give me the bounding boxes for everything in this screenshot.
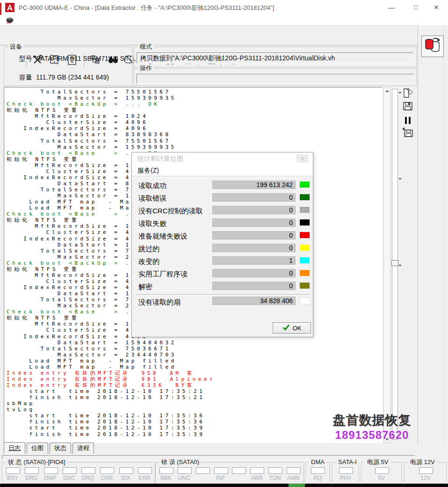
indicator-label: 12V <box>415 475 436 481</box>
indicator-blank <box>196 467 210 474</box>
floppy-save-icon <box>403 102 413 113</box>
ok-button[interactable]: OK <box>273 322 311 334</box>
log-line: 初始化 NTFS 变量 <box>7 107 215 113</box>
indicator-label: PHY <box>335 475 356 481</box>
stat-row-value: 1 <box>212 256 296 265</box>
indicator-12V <box>419 467 433 474</box>
log-line: Load MFT map - Map filled <box>7 364 215 370</box>
stat-row-color-swatch <box>300 232 310 238</box>
scroll-up-button[interactable] <box>384 87 390 94</box>
log-line: MftRecordSize = 1024 <box>7 113 215 119</box>
log-line: start time 2018-12-10 17:35:36 <box>7 413 215 419</box>
stat-row-value: 199 613 242 <box>212 181 296 189</box>
status-group-title: 错 误 (SATA0) <box>159 459 201 465</box>
log-line: MaxSector = 234440703 <box>7 352 215 358</box>
dialog-title-bar[interactable]: 统计和计算位图 x <box>132 153 313 165</box>
log-save-button[interactable] <box>401 101 415 113</box>
app-menu-icon <box>6 17 14 25</box>
indicator-label: AMN <box>283 475 303 481</box>
stat-row-label: 实用工厂程序读 <box>138 270 210 279</box>
log-line: start time 2018-12-10 17:35:39 <box>7 425 215 431</box>
tab-位图[interactable]: 位图 <box>27 443 48 454</box>
log-line: Index entry 有坏的MFT记录 958 AH 客 <box>7 370 215 376</box>
stat-row-label: 读取成功 <box>138 182 210 190</box>
tab-状态[interactable]: 状态 <box>50 443 71 454</box>
indicator-label: DSC <box>59 475 79 481</box>
stat-row-value: 0 <box>212 269 296 277</box>
document-gear-icon <box>402 88 413 100</box>
indicator-BSY <box>6 467 20 474</box>
log-pause-button[interactable] <box>401 114 415 126</box>
stat-row-value: 0 <box>212 244 296 252</box>
indicator-DRD <box>25 467 39 474</box>
log-new-button[interactable] <box>401 88 415 100</box>
check-icon <box>282 324 290 332</box>
stat-row-label: 准备就绪失败设 <box>138 232 210 241</box>
stat-row-color-swatch <box>300 245 310 251</box>
stat-row-color-swatch <box>300 283 310 289</box>
status-group: SATA-IPHY <box>332 462 359 484</box>
log-line: IndexRecordSize = 4096 <box>7 125 215 131</box>
operation-value-field <box>137 74 414 84</box>
stat-row-color-swatch <box>300 182 310 188</box>
model-label: 型号 <box>19 55 32 63</box>
status-group: DMARQ <box>305 462 330 484</box>
indicator-label: BBK <box>156 475 176 481</box>
watermark-phone: 18913587620 <box>322 429 422 442</box>
tab-日志[interactable]: 日志 <box>4 442 25 454</box>
log-line: Check boot <BackUp > ... OK <box>7 101 215 107</box>
pc3000-logo-icon <box>5 3 14 12</box>
ok-button-label: OK <box>293 325 302 332</box>
log-line: Index entry 有坏的MFT记录 981 Alpineer <box>7 376 215 382</box>
status-group-title: DMA <box>309 459 326 465</box>
window-maximize-button[interactable]: □ <box>406 0 426 15</box>
status-group: 错 误 (SATA0)BBKUNCINFABRTONAMN <box>155 462 304 484</box>
stat-row-value: 0 <box>212 193 296 202</box>
log-tabs: 日志位图状态进程 <box>4 444 95 454</box>
indicator-TON <box>268 467 282 474</box>
dialog-service-menu[interactable]: 服务(Z) <box>137 167 159 175</box>
right-rail-divider <box>443 25 444 444</box>
stat-row-color-swatch <box>300 207 310 213</box>
stat-row-label: 没有CRC控制的读取 <box>138 207 210 216</box>
mode-panel: 模式 拷贝数据到"A:\PC3000\影驰120G-PS3111-2018120… <box>134 47 417 67</box>
data-extractor-task-button[interactable] <box>421 36 444 57</box>
tab-进程[interactable]: 进程 <box>72 443 94 454</box>
dialog-separator <box>136 294 309 295</box>
window-close-button[interactable]: × <box>426 0 446 15</box>
window-minimize-button[interactable]: — <box>382 0 401 15</box>
indicator-CRR <box>100 467 114 474</box>
indicator-label: DRD <box>21 475 42 481</box>
stat-row-color-swatch <box>300 219 310 225</box>
indicator-label: 5V <box>371 475 392 481</box>
log-export-button[interactable] <box>401 127 415 139</box>
watermark-text: 盘首数据恢复 <box>322 412 422 429</box>
statistics-dialog: 统计和计算位图 x 服务(Z) 读取成功199 613 242读取错误0没有CR… <box>131 152 313 337</box>
indicator-IDX <box>119 467 133 474</box>
operation-panel-title: 操作 <box>138 65 154 72</box>
log-line: DataStart = 83898368 <box>7 131 215 138</box>
status-group: 状 态 (SATA0)-[PIO4]BSYDRDDWFDSCDRQCRRIDXE… <box>2 462 155 484</box>
dialog-close-button[interactable]: x <box>296 154 309 163</box>
indicator-INF <box>214 467 228 474</box>
disk-copy-icon <box>424 37 441 56</box>
indicator-ABR <box>250 467 264 474</box>
log-vertical-scrollbar[interactable] <box>383 87 390 443</box>
indicator-BBK <box>159 467 173 474</box>
stat-row-label: 跳过的 <box>138 245 210 254</box>
title-bar: PC-3000 UDMA-E - China - [Data Extractor… <box>0 0 448 15</box>
indicator-label: TON <box>265 475 285 481</box>
unread-sectors-swatch <box>300 298 311 305</box>
capacity-value: 111.79 GB (234 441 649) <box>36 73 130 81</box>
position-slider-handle[interactable] <box>391 260 398 266</box>
unread-sectors-label: 没有读取的扇 <box>138 298 210 307</box>
arrow-up-icon <box>385 90 389 92</box>
dialog-divider <box>132 176 313 177</box>
status-group-title: 电源 5V <box>365 459 390 465</box>
device-panel: 设备 型号 SATAFIRM S11 SBFM71W0 S/N:8E3 容量 1… <box>4 47 133 86</box>
unread-sectors-value: 34 828 406 <box>212 297 296 305</box>
log-line: TotalSectors = 75036671 <box>7 346 215 352</box>
stat-row-color-swatch <box>300 270 310 276</box>
log-line: TotalSectors = 75501567 <box>7 89 215 95</box>
stat-row-label: 解密 <box>138 283 210 291</box>
